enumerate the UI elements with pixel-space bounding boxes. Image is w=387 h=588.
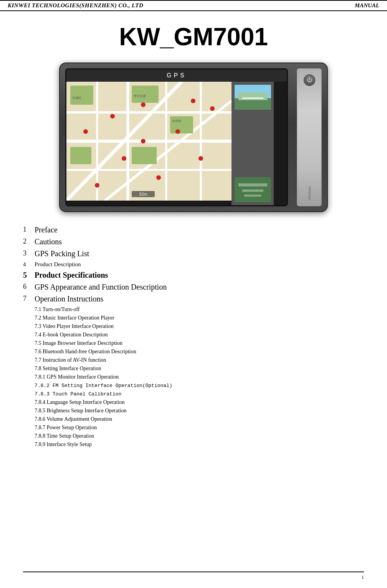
svg-point-20	[122, 156, 126, 161]
toc-sub-label-7-8-7: 7.8.7 Power Setup Operation	[35, 425, 97, 430]
toc-item-4: 4 Product Description	[23, 261, 364, 268]
svg-rect-13	[70, 147, 91, 164]
toc-sub-7-8-2: 7.8.2 FM Setting Interface Operation(Opt…	[35, 382, 364, 389]
main-content: KW_GM7001 GPS	[0, 11, 387, 465]
svg-point-16	[110, 114, 115, 119]
toc-sub-7-5: 7.5 Image Browser Interface Description	[35, 340, 364, 346]
toc-label-6: GPS Appearance and Function Description	[35, 283, 167, 292]
windows-label: Windows	[308, 186, 311, 200]
page-header: KINWEI TECHNOLOGIES(SHENZHEN) CO., LTD M…	[0, 0, 387, 11]
toc-sub-7-8-8: 7.8.8 Time Setup Operation	[35, 433, 364, 439]
device-image: GPS	[59, 63, 328, 212]
toc-sub-7-2: 7.2 Music Interface Operation Player	[35, 315, 364, 321]
toc-label-3: GPS Packing List	[35, 249, 89, 258]
toc-item-7: 7 Operation Instructions	[23, 295, 364, 303]
toc-number-5: 5	[23, 271, 35, 280]
toc-sub-label-7-7: 7.7 Instruction of AV-IN function	[35, 357, 106, 363]
toc-sub-7-8-1: 7.8.1 GPS Monitor Interface Operation	[35, 374, 364, 380]
toc-label-4: Product Description	[35, 261, 81, 268]
toc-sub-7-6: 7.6 Bluetooth Hand-free Operation Descri…	[35, 349, 364, 355]
toc-sub-label-7-5: 7.5 Image Browser Interface Description	[35, 340, 122, 346]
toc-sub-label-7-8-8: 7.8.8 Time Setup Operation	[35, 433, 94, 439]
toc-sub-label-7-2: 7.2 Music Interface Operation Player	[35, 315, 114, 321]
toc-sub-7-8-9: 7.8.9 Interface Style Setup	[35, 441, 364, 448]
toc-sub-7-8-5: 7.8.5 Brightness Setup Interface Operati…	[35, 408, 364, 414]
toc-label-7: Operation Instructions	[35, 295, 103, 303]
toc-sub-label-7-8-5: 7.8.5 Brightness Setup Interface Operati…	[35, 408, 127, 413]
toc-number-4: 4	[23, 261, 35, 268]
svg-point-18	[175, 129, 180, 134]
header-manual: MANUAL	[355, 2, 379, 9]
toc-sub-7-1: 7.1 Turn-on/Turn-off	[35, 306, 364, 313]
svg-point-22	[198, 156, 203, 161]
power-icon: ⏻	[307, 77, 312, 83]
toc-sub-7-8-3: 7.8.3 Touch Panel Calibration	[35, 391, 364, 397]
screen-thumbnail-bottom	[235, 177, 271, 202]
toc-number-7: 7	[23, 295, 35, 303]
svg-text:32m: 32m	[139, 192, 147, 196]
toc-number-6: 6	[23, 283, 35, 292]
toc-label-5: Product Specifications	[35, 271, 108, 280]
toc-sub-7-8-6: 7.8.6 Volume Adjustment Operation	[35, 416, 364, 422]
svg-rect-14	[132, 147, 157, 164]
svg-text:东华路: 东华路	[172, 119, 181, 123]
device-image-container: GPS	[23, 63, 364, 212]
toc-sub-label-7-3: 7.3 Video Player Interface Operation	[35, 323, 114, 329]
svg-point-24	[191, 99, 195, 103]
toc-number-2: 2	[23, 237, 35, 246]
device-screen: GPS	[65, 68, 288, 206]
svg-point-17	[141, 102, 146, 107]
footer-page-number: 1	[362, 574, 364, 580]
toc-sub-label-7-8-1: 7.8.1 GPS Monitor Interface Operation	[35, 374, 119, 380]
toc-sub-label-7-8-3: 7.8.3 Touch Panel Calibration	[35, 391, 121, 397]
toc-item-2: 2 Cautions	[23, 237, 364, 246]
toc-sub-7-8-4: 7.8.4 Language Setup Interface Operation	[35, 399, 364, 405]
svg-point-21	[156, 175, 161, 180]
toc-sub-label-7-6: 7.6 Bluetooth Hand-free Operation Descri…	[35, 349, 136, 354]
svg-point-25	[141, 139, 146, 143]
toc-sub-label-7-4: 7.4 E-book Operation Description	[35, 332, 108, 338]
toc-number-3: 3	[23, 249, 35, 258]
svg-text:宝城区: 宝城区	[72, 96, 81, 100]
header-company: KINWEI TECHNOLOGIES(SHENZHEN) CO., LTD	[8, 2, 143, 9]
toc-sub-label-7-1: 7.1 Turn-on/Turn-off	[35, 306, 79, 312]
svg-point-23	[95, 183, 99, 188]
toc-sub-7-8-7: 7.8.7 Power Setup Operation	[35, 425, 364, 431]
toc-sub-7-3: 7.3 Video Player Interface Operation	[35, 323, 364, 329]
toc-label-2: Cautions	[35, 237, 62, 246]
toc-sub-label-7-8: 7.8 Setting Interface Operation	[35, 366, 101, 371]
svg-rect-12	[170, 116, 193, 133]
toc-sub-7-7: 7.7 Instruction of AV-IN function	[35, 357, 364, 363]
page-title: KW_GM7001	[23, 23, 364, 51]
toc-sub-label-7-8-6: 7.8.6 Volume Adjustment Operation	[35, 416, 112, 422]
screen-thumbnail-top	[235, 85, 271, 110]
toc-item-1: 1 Preface	[23, 226, 364, 234]
toc-section: 1 Preface 2 Cautions 3 GPS Packing List …	[23, 226, 364, 448]
toc-sub-7-8: 7.8 Setting Interface Operation	[35, 366, 364, 372]
toc-label-1: Preface	[35, 226, 58, 234]
device-outer: GPS	[59, 63, 328, 212]
svg-rect-33	[238, 92, 267, 100]
toc-number-1: 1	[23, 226, 35, 234]
page-footer: 1	[23, 572, 364, 580]
svg-point-19	[210, 106, 215, 111]
toc-sub-7-4: 7.4 E-book Operation Description	[35, 332, 364, 338]
toc-item-3: 3 GPS Packing List	[23, 249, 364, 258]
gps-label: GPS	[167, 72, 187, 79]
toc-item-6: 6 GPS Appearance and Function Descriptio…	[23, 283, 364, 292]
device-side-panel: ⏻ Windows	[297, 68, 322, 206]
svg-point-15	[83, 129, 88, 134]
toc-sub-label-7-8-9: 7.8.9 Interface Style Setup	[35, 441, 92, 447]
power-button: ⏻	[304, 74, 315, 86]
device-top-bar: GPS	[66, 69, 287, 82]
device-screen-content: 32m 宝城区 华天元路 东华路	[66, 82, 287, 205]
toc-sub-label-7-8-4: 7.8.4 Language Setup Interface Operation	[35, 399, 125, 405]
toc-sub-label-7-8-2: 7.8.2 FM Setting Interface Operation(Opt…	[35, 383, 172, 389]
svg-text:华天元路: 华天元路	[134, 94, 146, 98]
svg-rect-10	[70, 86, 93, 105]
screen-right-panel	[232, 82, 274, 205]
map-area: 32m 宝城区 华天元路 东华路	[66, 82, 232, 201]
toc-item-5: 5 Product Specifications	[23, 271, 364, 280]
